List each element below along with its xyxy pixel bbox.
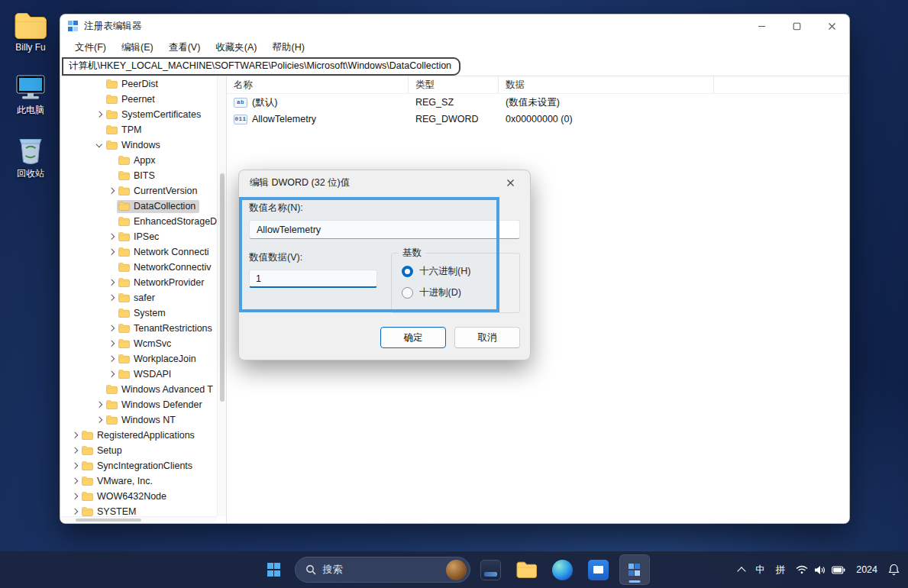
ok-button[interactable]: 确定 [380, 327, 446, 348]
chevron-right-icon[interactable] [106, 232, 116, 242]
tree-item-system[interactable]: System [60, 305, 217, 321]
tree-item-tpm[interactable]: TPM [60, 122, 217, 137]
column-header-name[interactable]: 名称 [227, 76, 409, 93]
tree-item-windows-nt[interactable]: Windows NT [60, 412, 217, 428]
tree-item-ipsec[interactable]: IPSec [60, 229, 217, 244]
tree-item-wsdapi[interactable]: WSDAPI [60, 367, 217, 382]
tree-item-safer[interactable]: safer [60, 290, 217, 305]
maximize-button[interactable] [779, 15, 814, 37]
radio-unselected-icon[interactable] [402, 287, 413, 299]
chevron-down-icon[interactable] [94, 141, 104, 150]
address-path[interactable]: 计算机\HKEY_LOCAL_MACHINE\SOFTWARE\Policies… [62, 57, 460, 76]
scrollbar-thumb[interactable] [220, 173, 225, 402]
tree-item-network-connecti[interactable]: Network Connecti [60, 244, 217, 260]
tree-item-vmware-inc[interactable]: VMware, Inc. [60, 473, 217, 489]
menu-bar: 文件(F) 编辑(E) 查看(V) 收藏夹(A) 帮助(H) [60, 37, 849, 57]
tree-item-peerdist[interactable]: PeerDist [60, 76, 217, 92]
menu-edit[interactable]: 编辑(E) [115, 39, 160, 57]
chevron-right-icon[interactable] [106, 293, 116, 303]
tree-item-windows-defender[interactable]: Windows Defender [60, 397, 217, 412]
desktop-icon-this-pc[interactable]: 此电脑 [5, 71, 57, 117]
radio-selected-icon[interactable] [402, 266, 413, 277]
desktop-icon-user-folder[interactable]: Billy Fu [5, 9, 57, 53]
dialog-close-button[interactable] [495, 173, 525, 193]
quick-settings[interactable] [796, 565, 845, 575]
menu-favorites[interactable]: 收藏夹(A) [208, 39, 263, 57]
hexadecimal-radio[interactable]: 十六进制(H) [402, 265, 509, 278]
chevron-right-icon[interactable] [106, 324, 116, 334]
chevron-right-icon[interactable] [69, 477, 79, 486]
pinned-app-button[interactable] [476, 554, 506, 585]
tree-horizontal-scrollbar[interactable] [60, 516, 217, 523]
tree-item-networkconnectiv[interactable]: NetworkConnectiv [60, 260, 217, 275]
registry-editor-taskbar-button[interactable] [619, 554, 650, 585]
column-header-data[interactable]: 数据 [499, 76, 714, 93]
ime-language-indicator[interactable]: 中 [755, 564, 765, 577]
chevron-right-icon[interactable] [69, 507, 79, 517]
search-highlight-image[interactable] [446, 560, 467, 580]
tree-item-system[interactable]: SYSTEM [60, 504, 217, 516]
cancel-button[interactable]: 取消 [454, 327, 520, 348]
tree-item-setup[interactable]: Setup [60, 443, 217, 458]
chevron-right-icon[interactable] [69, 431, 79, 441]
column-header-type[interactable]: 类型 [409, 76, 499, 93]
chevron-right-icon[interactable] [106, 278, 116, 288]
value-data-input[interactable]: 1 [249, 270, 377, 288]
tree-item-bits[interactable]: BITS [60, 168, 217, 183]
registry-value-row-allowtelemetry[interactable]: 011AllowTelemetry REG_DWORD 0x00000000 (… [227, 111, 849, 128]
taskbar-search-box[interactable]: 搜索 [295, 557, 470, 583]
tree-item-windows-advanced-t[interactable]: Windows Advanced T [60, 382, 217, 397]
chevron-spacer [106, 156, 116, 166]
menu-help[interactable]: 帮助(H) [265, 39, 311, 57]
chevron-right-icon[interactable] [69, 446, 79, 456]
registry-value-row-default[interactable]: ab(默认) REG_SZ (数值未设置) [227, 94, 849, 111]
close-button[interactable] [814, 15, 849, 37]
ime-mode-indicator[interactable]: 拼 [776, 564, 786, 577]
edge-browser-button[interactable] [548, 554, 578, 585]
chevron-right-icon[interactable] [94, 415, 104, 425]
menu-view[interactable]: 查看(V) [162, 39, 208, 57]
tree-item-currentversion[interactable]: CurrentVersion [60, 183, 217, 199]
dialog-title-bar[interactable]: 编辑 DWORD (32 位)值 [239, 170, 530, 195]
tree-item-registeredapplications[interactable]: RegisteredApplications [60, 428, 217, 443]
minimize-button[interactable] [744, 15, 779, 37]
tree-item-enhancedstoragede[interactable]: EnhancedStorageDe [60, 214, 217, 229]
tree-item-label: safer [134, 292, 155, 303]
chevron-right-icon[interactable] [106, 186, 116, 196]
chevron-right-icon[interactable] [106, 370, 116, 380]
tree-item-peernet[interactable]: Peernet [60, 92, 217, 107]
tree-item-wcmsvc[interactable]: WcmSvc [60, 336, 217, 351]
tree-item-datacollection[interactable]: DataCollection [60, 199, 217, 214]
chevron-right-icon[interactable] [94, 400, 104, 410]
folder-icon [118, 156, 130, 165]
tree-item-networkprovider[interactable]: NetworkProvider [60, 275, 217, 290]
chevron-right-icon[interactable] [106, 339, 116, 349]
notification-bell-icon[interactable] [888, 564, 900, 576]
tree-item-workplacejoin[interactable]: WorkplaceJoin [60, 351, 217, 367]
desktop-icon-recycle-bin[interactable]: 回收站 [5, 134, 57, 180]
folder-icon [82, 431, 93, 440]
decimal-radio[interactable]: 十进制(D) [402, 286, 509, 299]
tree-item-wow6432node[interactable]: WOW6432Node [60, 489, 217, 504]
value-name-field[interactable]: AllowTelemetry [249, 220, 520, 239]
file-explorer-button[interactable] [512, 554, 542, 585]
tree-item-systemcertificates[interactable]: SystemCertificates [60, 107, 217, 122]
chevron-right-icon[interactable] [106, 354, 116, 364]
tree-item-syncintegrationclients[interactable]: SyncIntegrationClients [60, 458, 217, 473]
chevron-right-icon[interactable] [106, 247, 116, 257]
menu-file[interactable]: 文件(F) [68, 39, 113, 57]
microsoft-store-button[interactable] [583, 554, 614, 585]
tree-item-appx[interactable]: Appx [60, 153, 217, 168]
tree-item-tenantrestrictions[interactable]: TenantRestrictions [60, 321, 217, 336]
scrollbar-thumb[interactable] [76, 519, 141, 522]
chevron-right-icon[interactable] [69, 492, 79, 502]
start-button[interactable] [259, 554, 289, 585]
chevron-right-icon[interactable] [69, 461, 79, 471]
tree-item-windows[interactable]: Windows [60, 137, 217, 153]
chevron-right-icon[interactable] [94, 110, 104, 120]
address-bar[interactable]: 计算机\HKEY_LOCAL_MACHINE\SOFTWARE\Policies… [60, 57, 849, 76]
title-bar[interactable]: 注册表编辑器 [60, 15, 849, 37]
show-hidden-icons-chevron-icon[interactable] [738, 567, 746, 575]
clock[interactable]: 2024 [856, 564, 877, 575]
tree-vertical-scrollbar[interactable] [217, 76, 226, 516]
